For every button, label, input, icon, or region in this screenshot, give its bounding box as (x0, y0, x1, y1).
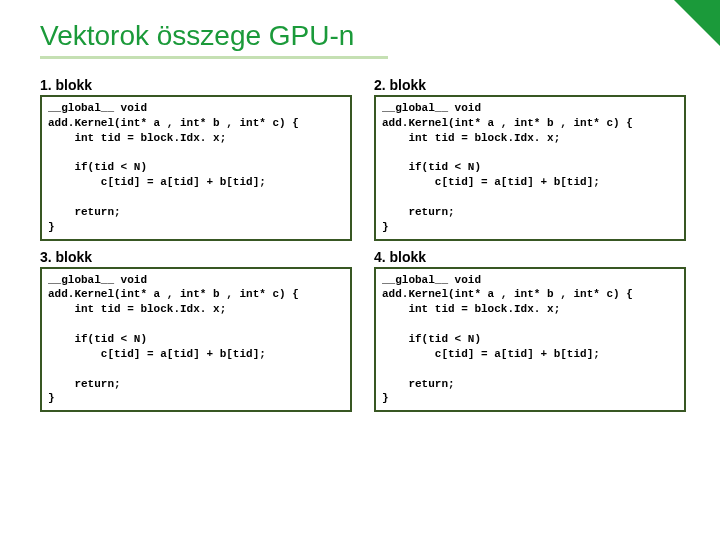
block-3-code: __global__ void add.Kernel(int* a , int*… (40, 267, 352, 413)
corner-accent (674, 0, 720, 46)
block-2-code: __global__ void add.Kernel(int* a , int*… (374, 95, 686, 241)
block-2: 2. blokk __global__ void add.Kernel(int*… (374, 73, 686, 241)
block-4: 4. blokk __global__ void add.Kernel(int*… (374, 245, 686, 413)
block-4-code: __global__ void add.Kernel(int* a , int*… (374, 267, 686, 413)
block-4-label: 4. blokk (374, 249, 686, 265)
block-1-code: __global__ void add.Kernel(int* a , int*… (40, 95, 352, 241)
slide: Vektorok összege GPU-n 1. blokk __global… (0, 0, 720, 422)
block-3: 3. blokk __global__ void add.Kernel(int*… (40, 245, 352, 413)
block-1-label: 1. blokk (40, 77, 352, 93)
block-3-label: 3. blokk (40, 249, 352, 265)
title-underline (40, 56, 388, 59)
slide-title: Vektorok összege GPU-n (40, 20, 686, 52)
blocks-grid: 1. blokk __global__ void add.Kernel(int*… (40, 73, 686, 412)
block-1: 1. blokk __global__ void add.Kernel(int*… (40, 73, 352, 241)
block-2-label: 2. blokk (374, 77, 686, 93)
